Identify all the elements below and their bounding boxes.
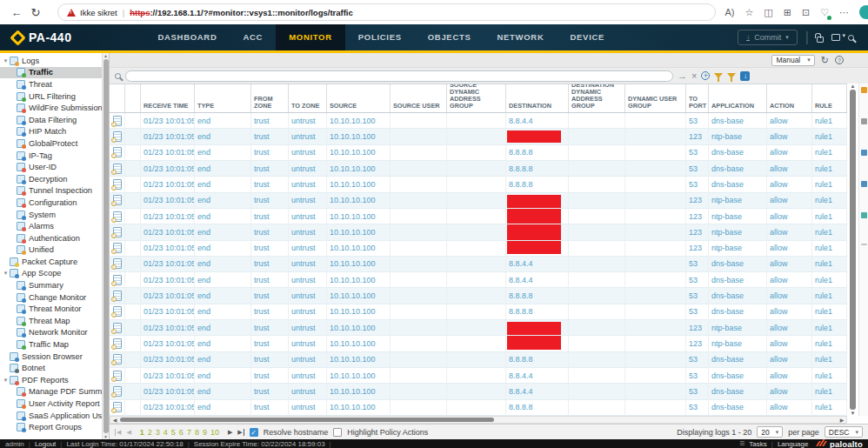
more-icon[interactable]: ⋯	[839, 7, 849, 18]
table-row[interactable]: 01/23 10:01:05endtrustuntrust10.10.10.10…	[110, 224, 847, 240]
next-page-icon[interactable]: ▶	[228, 429, 232, 436]
sidebar-item-botnet[interactable]: Botnet	[0, 362, 102, 374]
table-row[interactable]: 01/23 10:01:05endtrustuntrust10.10.10.10…	[110, 368, 847, 384]
sidebar-item-report-groups[interactable]: Report Groups	[0, 421, 102, 433]
column-header-source[interactable]: SOURCE	[327, 84, 391, 112]
help-icon[interactable]: ?	[835, 56, 844, 64]
log-detail-icon[interactable]	[110, 129, 125, 144]
page-9[interactable]: 9	[203, 428, 207, 437]
tab-groups-icon[interactable]: ⊡	[802, 7, 810, 18]
sidebar-item-system[interactable]: System	[0, 209, 102, 221]
resolve-hostname-checkbox[interactable]: ✓	[250, 428, 258, 437]
sidebar-item-change-monitor[interactable]: Change Monitor	[0, 291, 102, 304]
sidebar-item-traffic-map[interactable]: Traffic Map	[0, 338, 102, 351]
log-detail-icon[interactable]	[110, 209, 125, 224]
scrollbar-thumb[interactable]	[103, 59, 109, 433]
table-row[interactable]: 01/23 10:01:05endtrustuntrust10.10.10.10…	[110, 352, 847, 368]
export-icon[interactable]: ↓	[740, 71, 750, 81]
log-detail-icon[interactable]	[110, 352, 125, 368]
scroll-down-icon[interactable]: ▼	[103, 434, 108, 439]
sidebar-item-threat-monitor[interactable]: Threat Monitor	[0, 303, 102, 315]
address-bar[interactable]: Ikke sikret | https://192.168.1.1/?#moni…	[57, 3, 716, 21]
log-detail-icon[interactable]	[110, 288, 125, 304]
scroll-left-icon[interactable]: ◀	[110, 417, 119, 423]
scroll-right-icon[interactable]: ▶	[838, 417, 846, 423]
sidebar-item-hip-match[interactable]: HIP Match	[0, 126, 102, 138]
logout-link[interactable]: Logout	[35, 440, 56, 448]
lock-open-icon[interactable]	[817, 37, 824, 43]
table-row[interactable]: 01/23 10:01:05endtrustuntrust10.10.10.10…	[110, 241, 847, 257]
log-detail-icon[interactable]	[110, 272, 125, 288]
log-detail-icon[interactable]	[110, 304, 125, 320]
scroll-up-icon[interactable]: ▲	[851, 84, 856, 89]
tab-device[interactable]: DEVICE	[558, 24, 618, 50]
sidebar-item-ip-tag[interactable]: IP-Tag	[0, 150, 102, 162]
save-config-icon[interactable]	[831, 34, 840, 41]
column-header-application[interactable]: APPLICATION	[709, 84, 767, 112]
tab-policies[interactable]: POLICIES	[345, 24, 415, 50]
sidebar-item-tunnel-inspection[interactable]: Tunnel Inspection	[0, 185, 102, 197]
log-detail-icon[interactable]	[110, 241, 125, 257]
sidebar-scrollbar[interactable]: ▲ ▼	[102, 53, 109, 439]
table-row[interactable]: 01/23 10:01:05endtrustuntrust10.10.10.10…	[110, 272, 847, 288]
clear-filter-icon[interactable]: ×	[691, 70, 697, 81]
expand-chevron-icon[interactable]: ▾	[2, 377, 10, 384]
table-row[interactable]: 01/23 10:01:05endtrustuntrust10.10.10.10…	[110, 320, 847, 336]
tab-monitor[interactable]: MONITOR	[276, 24, 345, 50]
log-detail-icon[interactable]	[110, 224, 125, 240]
log-detail-icon[interactable]	[110, 257, 125, 272]
sidebar-item-configuration[interactable]: Configuration	[0, 197, 102, 209]
sidebar-item-url-filtering[interactable]: URL Filtering	[0, 90, 102, 103]
column-header-detail-icon[interactable]	[110, 84, 125, 112]
tab-acc[interactable]: ACC	[230, 24, 277, 50]
page-1[interactable]: 1	[140, 428, 144, 437]
refresh-page-icon[interactable]: ↻	[26, 6, 45, 19]
apply-filter-icon[interactable]: →	[678, 70, 687, 81]
highlight-policy-actions-checkbox[interactable]	[333, 428, 342, 437]
sidebar-item-traffic[interactable]: Traffic	[0, 67, 102, 79]
sidebar-item-saas-application-usage[interactable]: SaaS Application Usage	[0, 410, 102, 422]
page-3[interactable]: 3	[156, 428, 160, 437]
sidebar-item-alarms[interactable]: Alarms	[0, 220, 102, 232]
column-header-spacer[interactable]	[125, 84, 141, 112]
log-detail-icon[interactable]	[110, 177, 125, 192]
search-icon[interactable]	[848, 35, 854, 41]
tab-network[interactable]: NETWORK	[484, 24, 558, 50]
vertical-scrollbar[interactable]: ▲ ▼	[848, 84, 858, 416]
table-row[interactable]: 01/23 10:01:05endtrustuntrust10.10.10.10…	[110, 193, 847, 209]
column-header-source-user[interactable]: SOURCE USER	[391, 84, 447, 112]
sidebar-item-app-scope[interactable]: ▾App Scope	[0, 268, 102, 280]
sidebar-item-manage-pdf-summary[interactable]: Manage PDF Summary	[0, 386, 102, 398]
scroll-up-icon[interactable]: ▲	[103, 53, 108, 58]
tab-objects[interactable]: OBJECTS	[415, 24, 484, 50]
sidebar-item-summary[interactable]: Summary	[0, 279, 102, 291]
refresh-logs-icon[interactable]: ↻	[821, 56, 829, 65]
sort-order-select[interactable]: DESC ▾	[825, 426, 863, 438]
sidebar-item-authentication[interactable]: Authentication	[0, 232, 102, 244]
column-header-destination[interactable]: DESTINATION	[506, 84, 569, 112]
table-row[interactable]: 01/23 10:01:05endtrustuntrust10.10.10.10…	[110, 288, 847, 304]
sidebar-item-threat[interactable]: Threat	[0, 78, 102, 90]
save-filter-icon[interactable]	[714, 73, 723, 78]
tab-dashboard[interactable]: DASHBOARD	[144, 24, 230, 50]
sidebar-item-user-id[interactable]: User-ID	[0, 161, 102, 173]
table-row[interactable]: 01/23 10:01:05endtrustuntrust10.10.10.10…	[110, 145, 847, 161]
profile-avatar[interactable]	[859, 5, 868, 19]
read-aloud-icon[interactable]: A)	[724, 7, 734, 17]
table-row[interactable]: 01/23 10:01:05endtrustuntrust10.10.10.10…	[110, 400, 847, 416]
table-row[interactable]: 01/23 10:01:05endtrustuntrust10.10.10.10…	[110, 304, 847, 320]
sidebar-item-unified[interactable]: Unified	[0, 244, 102, 257]
add-filter-icon[interactable]: +	[701, 71, 710, 80]
page-6[interactable]: 6	[179, 428, 184, 437]
sidebar-item-wildfire-submissions[interactable]: WildFire Submissions	[0, 102, 102, 114]
column-header-dynamic-user-group[interactable]: DYNAMIC USER GROUP	[625, 84, 686, 112]
sidebar-item-decryption[interactable]: Decryption	[0, 173, 102, 185]
last-page-icon[interactable]: ▶	[237, 429, 244, 436]
sidebar-item-threat-map[interactable]: Threat Map	[0, 315, 102, 327]
split-screen-icon[interactable]: ◫	[764, 7, 772, 18]
log-detail-icon[interactable]	[110, 400, 125, 416]
column-header-from-zone[interactable]: FROM ZONE	[251, 84, 289, 112]
page-10[interactable]: 10	[210, 428, 219, 437]
log-detail-icon[interactable]	[110, 384, 125, 399]
table-row[interactable]: 01/23 10:01:05endtrustuntrust10.10.10.10…	[110, 129, 847, 144]
